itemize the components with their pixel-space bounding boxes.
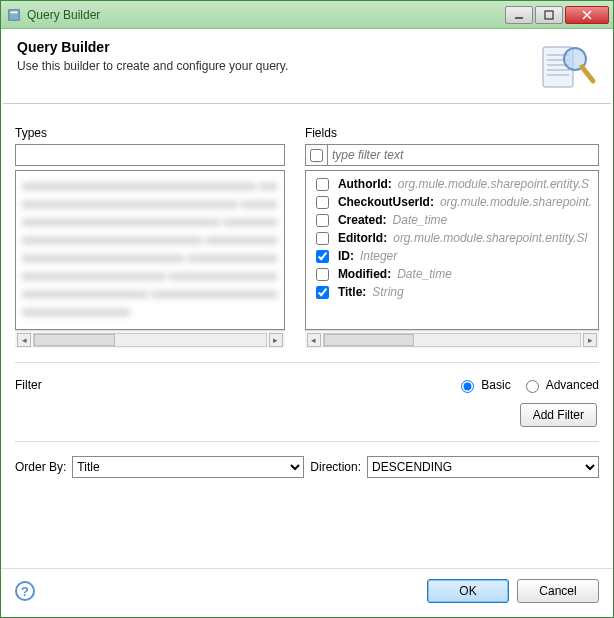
query-builder-window: Query Builder Query Builder Use this bui… (0, 0, 614, 618)
close-button[interactable] (565, 6, 609, 24)
svg-rect-1 (11, 11, 18, 13)
types-search-input[interactable] (15, 144, 285, 166)
field-type: org.mule.module.sharepoint. (440, 195, 592, 209)
field-name: AuthorId: (338, 177, 392, 191)
field-name: Created: (338, 213, 387, 227)
svg-rect-0 (9, 9, 20, 20)
field-checkbox[interactable] (316, 178, 329, 191)
direction-label: Direction: (310, 460, 361, 474)
scroll-right-icon[interactable]: ▸ (583, 333, 597, 347)
field-item[interactable]: EditorId: org.mule.module.sharepoint.ent… (306, 229, 598, 247)
types-label: Types (15, 126, 285, 140)
scroll-left-icon[interactable]: ◂ (17, 333, 31, 347)
field-item[interactable]: Title: String (306, 283, 598, 301)
field-type: Integer (360, 249, 397, 263)
scroll-right-icon[interactable]: ▸ (269, 333, 283, 347)
field-checkbox[interactable] (316, 286, 329, 299)
maximize-button[interactable] (535, 6, 563, 24)
field-checkbox[interactable] (316, 214, 329, 227)
scroll-left-icon[interactable]: ◂ (307, 333, 321, 347)
field-item[interactable]: Created: Date_time (306, 211, 598, 229)
svg-rect-3 (545, 11, 553, 19)
filter-label: Filter (15, 378, 446, 392)
orderby-label: Order By: (15, 460, 66, 474)
ok-button[interactable]: OK (427, 579, 509, 603)
search-document-icon (537, 39, 597, 95)
app-icon (7, 8, 21, 22)
field-type: String (372, 285, 403, 299)
svg-line-13 (582, 67, 593, 81)
field-name: Modified: (338, 267, 391, 281)
fields-hscrollbar[interactable]: ◂ ▸ (305, 330, 599, 348)
field-type: Date_time (393, 213, 448, 227)
titlebar: Query Builder (1, 1, 613, 29)
field-item[interactable]: ID: Integer (306, 247, 598, 265)
page-title: Query Builder (17, 39, 537, 55)
window-title: Query Builder (27, 8, 505, 22)
field-type: org.mule.module.sharepoint.entity.S (398, 177, 589, 191)
header: Query Builder Use this builder to create… (1, 29, 613, 103)
direction-select[interactable]: DESCENDINGASCENDING (367, 456, 599, 478)
types-listbox[interactable]: xxxxxxxxxxxxxxxxxxxxxxxxxxxxxxxxxxxxxxx … (15, 170, 285, 330)
field-checkbox[interactable] (316, 268, 329, 281)
field-name: CheckoutUserId: (338, 195, 434, 209)
field-name: EditorId: (338, 231, 387, 245)
page-subtitle: Use this builder to create and configure… (17, 59, 537, 73)
orderby-field-select[interactable]: Title (72, 456, 304, 478)
fields-label: Fields (305, 126, 599, 140)
minimize-button[interactable] (505, 6, 533, 24)
fields-select-all-checkbox[interactable] (305, 144, 327, 166)
divider (15, 362, 599, 363)
types-hscrollbar[interactable]: ◂ ▸ (15, 330, 285, 348)
filter-mode-advanced[interactable]: Advanced (521, 377, 599, 393)
field-type: Date_time (397, 267, 452, 281)
help-icon[interactable]: ? (15, 581, 35, 601)
fields-listbox[interactable]: AuthorId: org.mule.module.sharepoint.ent… (305, 170, 599, 330)
field-item[interactable]: AuthorId: org.mule.module.sharepoint.ent… (306, 175, 598, 193)
add-filter-button[interactable]: Add Filter (520, 403, 597, 427)
filter-mode-basic[interactable]: Basic (456, 377, 510, 393)
field-item[interactable]: CheckoutUserId: org.mule.module.sharepoi… (306, 193, 598, 211)
types-list-content: xxxxxxxxxxxxxxxxxxxxxxxxxxxxxxxxxxxxxxx … (16, 171, 284, 327)
field-checkbox[interactable] (316, 232, 329, 245)
fields-filter-input[interactable] (327, 144, 599, 166)
divider (15, 441, 599, 442)
field-name: ID: (338, 249, 354, 263)
field-checkbox[interactable] (316, 196, 329, 209)
field-name: Title: (338, 285, 366, 299)
field-checkbox[interactable] (316, 250, 329, 263)
field-type: org.mule.module.sharepoint.entity.Sl (393, 231, 587, 245)
field-item[interactable]: Modified: Date_time (306, 265, 598, 283)
cancel-button[interactable]: Cancel (517, 579, 599, 603)
